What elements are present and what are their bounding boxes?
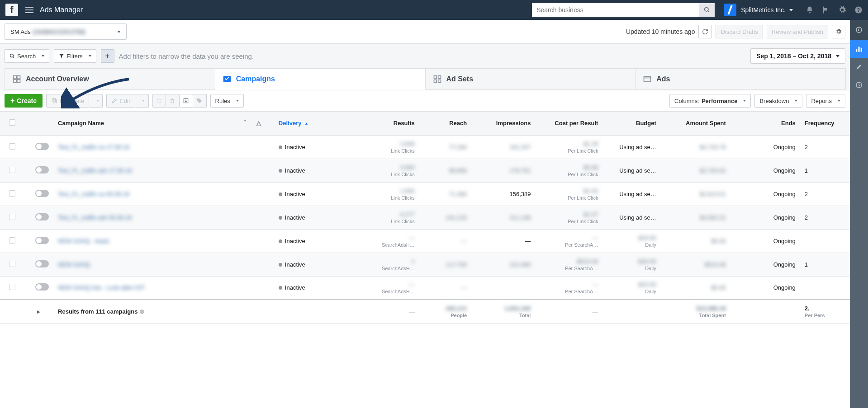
facebook-logo[interactable]: f <box>5 4 18 16</box>
tabs-row: Account Overview Campaigns Ad Sets Ads <box>0 68 850 90</box>
row-checkbox[interactable] <box>9 167 15 173</box>
menu-icon[interactable] <box>25 7 33 13</box>
table-row[interactable]: NEW SAHQ Ads - Look alike ICPInactive—Se… <box>0 276 850 300</box>
breakdown-dropdown[interactable]: Breakdown <box>754 94 802 108</box>
col-cost[interactable]: Cost per Result <box>535 112 602 135</box>
rail-edit[interactable] <box>850 58 868 76</box>
company-selector[interactable]: SplitMetrics Inc. <box>724 4 793 16</box>
duplicate-button[interactable]: Duplicate <box>46 94 89 108</box>
svg-rect-6 <box>14 76 17 79</box>
flag-icon[interactable] <box>822 6 830 14</box>
create-button[interactable]: +Create <box>5 94 43 108</box>
search-dropdown[interactable]: Search <box>5 49 49 63</box>
delete-button[interactable] <box>166 94 180 108</box>
tab-campaigns[interactable]: Campaigns <box>215 68 426 90</box>
svg-text:?: ? <box>857 7 860 13</box>
campaign-name-link[interactable]: Test_FL_traffic-us-05.09.18 <box>58 191 129 197</box>
status-dot-icon <box>279 286 282 290</box>
campaign-name-link[interactable]: NEW SAHQ - leads <box>58 238 109 244</box>
row-toggle[interactable] <box>35 166 49 174</box>
svg-rect-16 <box>53 100 57 103</box>
campaigns-icon <box>223 75 232 84</box>
col-checkbox[interactable] <box>0 112 24 135</box>
rules-dropdown[interactable]: Rules <box>210 94 244 108</box>
refresh-button[interactable] <box>698 25 712 38</box>
rail-charts[interactable] <box>850 40 868 58</box>
account-selector[interactable]: SM Ads (104884131913758) <box>5 23 127 40</box>
table-row[interactable]: Test_FL_traffic-adr-05.09.18Inactive4,27… <box>0 206 850 229</box>
table-row[interactable]: Test_FL_traffic-us-17.09.18Inactive3,008… <box>0 135 850 159</box>
col-warning[interactable] <box>251 112 274 135</box>
row-toggle[interactable] <box>35 237 49 244</box>
row-toggle[interactable] <box>35 283 49 291</box>
notifications-icon[interactable] <box>806 6 814 14</box>
row-toggle[interactable] <box>35 190 49 197</box>
tag-button[interactable] <box>193 94 207 108</box>
settings-button[interactable] <box>832 25 845 38</box>
search-input[interactable] <box>532 3 699 17</box>
tab-ads[interactable]: Ads <box>635 68 846 90</box>
search-button[interactable] <box>699 3 715 17</box>
row-checkbox[interactable] <box>9 237 15 244</box>
export-button[interactable] <box>180 94 193 108</box>
row-checkbox[interactable] <box>9 190 15 197</box>
campaign-name-link[interactable]: Test_FL_traffic-adr-17.09.18 <box>58 167 132 174</box>
status-dot-icon <box>279 263 282 267</box>
chart-icon <box>855 45 863 53</box>
row-toggle[interactable] <box>35 260 49 267</box>
discard-drafts-button[interactable]: Discard Drafts <box>716 25 763 38</box>
col-frequency[interactable]: Frequency <box>800 112 850 135</box>
caret-down-icon <box>117 31 121 33</box>
row-checkbox[interactable] <box>9 143 15 150</box>
company-name: SplitMetrics Inc. <box>741 6 786 14</box>
campaign-name-link[interactable]: NEW SAHQ <box>58 261 90 268</box>
row-checkbox[interactable] <box>9 261 15 267</box>
svg-rect-17 <box>52 98 55 102</box>
topbar: f Ads Manager SplitMetrics Inc. ? <box>0 0 868 20</box>
app-title: Ads Manager <box>40 6 83 14</box>
filters-dropdown[interactable]: Filters <box>54 49 96 63</box>
reports-dropdown[interactable]: Reports <box>806 94 845 108</box>
clock-icon <box>855 81 863 89</box>
tab-adsets[interactable]: Ad Sets <box>425 68 636 90</box>
col-ends[interactable]: Ends <box>730 112 800 135</box>
row-toggle[interactable] <box>35 213 49 220</box>
campaign-name-link[interactable]: Test_FL_traffic-adr-05.09.18 <box>58 214 132 221</box>
svg-rect-8 <box>14 80 17 83</box>
gear-icon[interactable] <box>838 6 846 14</box>
col-spent[interactable]: Amount Spent <box>661 112 730 135</box>
col-name[interactable]: Campaign Name <box>53 112 251 135</box>
columns-dropdown[interactable]: Columns: Performance <box>669 94 751 108</box>
col-impressions[interactable]: Impressions <box>471 112 535 135</box>
col-reach[interactable]: Reach <box>419 112 472 135</box>
edit-button[interactable]: Edit <box>106 94 135 108</box>
table-row[interactable]: Test_FL_traffic-us-05.09.18Inactive1,840… <box>0 182 850 206</box>
row-checkbox[interactable] <box>9 284 15 290</box>
status-dot-icon <box>279 145 282 149</box>
help-icon[interactable]: ? <box>854 6 863 14</box>
campaign-name-link[interactable]: NEW SAHQ Ads - Look alike ICP <box>58 284 144 291</box>
svg-rect-22 <box>859 47 860 52</box>
add-filter-button[interactable]: + <box>101 49 114 63</box>
filters-bar: Search Filters + Add filters to narrow t… <box>0 44 850 68</box>
tab-overview[interactable]: Account Overview <box>5 68 215 90</box>
col-delivery[interactable]: Delivery▲ <box>274 112 361 135</box>
review-publish-button[interactable]: Review and Publish <box>767 25 828 38</box>
table-row[interactable]: Test_FL_traffic-adr-17.09.18Inactive3,08… <box>0 159 850 182</box>
search-icon <box>704 7 710 13</box>
rail-collapse[interactable] <box>850 20 868 40</box>
edit-caret[interactable] <box>135 94 149 108</box>
row-toggle[interactable] <box>35 143 49 150</box>
col-results[interactable]: Results <box>361 112 419 135</box>
rail-history[interactable] <box>850 76 868 94</box>
col-budget[interactable]: Budget <box>602 112 660 135</box>
campaign-name-link[interactable]: Test_FL_traffic-us-17.09.18 <box>58 144 129 150</box>
table-row[interactable]: NEW SAHQInactive1SearchAdsH…117,750222,4… <box>0 253 850 276</box>
date-range-selector[interactable]: Sep 1, 2018 – Oct 2, 2018 <box>750 48 845 64</box>
duplicate-caret[interactable] <box>89 94 103 108</box>
table-row[interactable]: NEW SAHQ - leadsInactive—SearchAdsH…———P… <box>0 229 850 253</box>
svg-point-4 <box>10 54 14 57</box>
revert-button[interactable] <box>152 94 166 108</box>
row-checkbox[interactable] <box>9 214 15 220</box>
company-logo <box>724 4 736 16</box>
